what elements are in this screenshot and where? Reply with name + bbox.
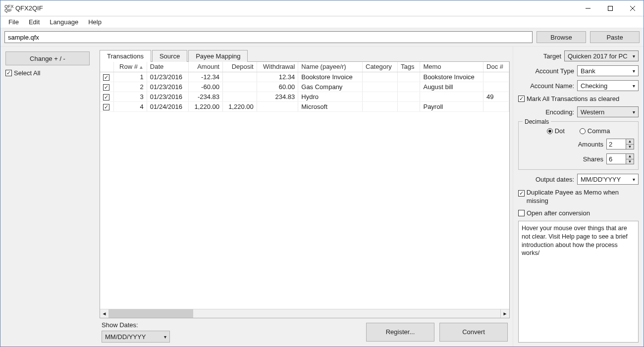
select-all-checkbox[interactable] <box>5 70 12 76</box>
open-after-checkbox[interactable] <box>518 210 525 216</box>
account-type-select[interactable]: Bank ▾ <box>577 65 639 76</box>
col-row[interactable]: Row #▲ <box>114 62 147 72</box>
row-checkbox[interactable] <box>103 84 109 91</box>
dup-payee-row[interactable]: Duplicate Payee as Memo when missing <box>518 189 639 205</box>
dup-payee-checkbox[interactable] <box>518 190 525 197</box>
tab-transactions[interactable]: Transactions <box>100 50 151 62</box>
spin-down-icon[interactable]: ▼ <box>626 145 634 149</box>
cell-doc <box>483 72 509 82</box>
cell-category <box>363 101 398 111</box>
app-window: QFXQIF QFX2QIF File Edit Language Help B… <box>0 0 644 347</box>
paste-button[interactable]: Paste <box>590 31 640 43</box>
decimal-dot-radio[interactable] <box>547 128 553 134</box>
date-format-select[interactable]: MM/DD/YYYY ▾ <box>102 331 170 343</box>
register-button[interactable]: Register... <box>366 323 434 342</box>
decimal-dot-label: Dot <box>555 127 565 135</box>
amounts-label: Amounts <box>523 141 603 148</box>
chevron-down-icon: ▾ <box>633 68 635 74</box>
scroll-left-icon[interactable]: ◄ <box>100 309 109 318</box>
col-tags[interactable]: Tags <box>398 62 420 72</box>
table-row[interactable]: 101/23/2016-12.3412.34Bookstore InvoiceB… <box>100 72 509 82</box>
browse-button[interactable]: Browse <box>537 31 586 43</box>
cell-tags <box>398 101 420 111</box>
tabs: Transactions Source Payee Mapping <box>100 49 510 61</box>
cell-date: 01/23/2016 <box>147 82 188 92</box>
cell-name: Hydro <box>298 92 363 101</box>
table-row[interactable]: 201/23/2016-60.0060.00Gas CompanyAugust … <box>100 82 509 92</box>
tab-body: Row #▲ Date Amount Deposit Withdrawal Na… <box>100 61 510 318</box>
col-checkbox[interactable] <box>100 62 114 72</box>
col-doc[interactable]: Doc # <box>483 62 509 72</box>
cell-deposit <box>222 72 257 82</box>
minimize-button[interactable] <box>577 0 599 16</box>
menu-file[interactable]: File <box>3 17 24 27</box>
decimal-comma-radio[interactable] <box>580 128 586 134</box>
chevron-down-icon: ▾ <box>633 109 635 115</box>
chevron-down-icon: ▾ <box>633 53 635 59</box>
menu-language[interactable]: Language <box>45 17 83 27</box>
menubar: File Edit Language Help <box>0 16 644 28</box>
window-title: QFX2QIF <box>15 4 577 12</box>
cell-memo: Bookstore Invoice <box>420 72 483 82</box>
spin-down-icon[interactable]: ▼ <box>626 159 634 164</box>
change-sign-button[interactable]: Change + / - <box>5 51 90 65</box>
tab-source[interactable]: Source <box>152 50 187 62</box>
table-row[interactable]: 401/24/20161,220.001,220.00MicrosoftPayr… <box>100 101 509 111</box>
col-deposit[interactable]: Deposit <box>222 62 257 72</box>
spin-up-icon[interactable]: ▲ <box>626 139 634 145</box>
col-amount[interactable]: Amount <box>189 62 223 72</box>
close-button[interactable] <box>621 0 644 16</box>
source-file-input[interactable] <box>4 31 533 43</box>
cell-date: 01/24/2016 <box>147 101 188 111</box>
scroll-right-icon[interactable]: ► <box>500 309 509 318</box>
target-select[interactable]: Quicken 2017 for PC ▾ <box>564 50 639 61</box>
cell-amount: -12.34 <box>189 72 223 82</box>
output-dates-select[interactable]: MM/DD'YYYY ▾ <box>577 174 639 185</box>
dup-payee-label: Duplicate Payee as Memo when missing <box>527 189 639 205</box>
bottom-row: Show Dates: MM/DD/YYYY ▾ Register... Con… <box>100 318 510 343</box>
row-checkbox[interactable] <box>103 74 109 81</box>
cell-tags <box>398 92 420 101</box>
cell-doc: 49 <box>483 92 509 101</box>
cell-withdrawal: 12.34 <box>257 72 298 82</box>
cell-category <box>363 82 398 92</box>
account-name-label: Account Name: <box>518 82 574 90</box>
cell-row: 4 <box>114 101 147 111</box>
account-name-select[interactable]: Checking ▾ <box>577 80 639 91</box>
col-date[interactable]: Date <box>147 62 188 72</box>
col-withdrawal[interactable]: Withdrawal <box>257 62 298 72</box>
maximize-button[interactable] <box>599 0 621 16</box>
tab-payee-mapping[interactable]: Payee Mapping <box>188 50 248 62</box>
col-category[interactable]: Category <box>363 62 398 72</box>
amounts-stepper[interactable]: 2 ▲▼ <box>606 139 634 149</box>
shares-stepper[interactable]: 6 ▲▼ <box>606 153 634 164</box>
date-format-value: MM/DD/YYYY <box>105 333 146 341</box>
select-all-label: Select All <box>14 69 40 77</box>
cell-withdrawal <box>257 101 298 111</box>
encoding-select[interactable]: Western ▾ <box>577 106 639 117</box>
shares-label: Shares <box>523 155 603 163</box>
cell-memo: August bill <box>420 82 483 92</box>
select-all-row[interactable]: Select All <box>5 69 95 77</box>
decimal-comma-row[interactable]: Comma <box>580 127 610 135</box>
horizontal-scrollbar[interactable]: ◄ ► <box>100 309 509 318</box>
menu-help[interactable]: Help <box>83 17 107 27</box>
menu-edit[interactable]: Edit <box>24 17 45 27</box>
mark-cleared-row[interactable]: Mark All Transactions as cleared <box>518 95 639 102</box>
output-dates-label: Output dates: <box>518 176 574 183</box>
table-row[interactable]: 301/23/2016-234.83234.83Hydro49 <box>100 92 509 101</box>
col-name[interactable]: Name (payee/r) <box>298 62 363 72</box>
decimal-dot-row[interactable]: Dot <box>547 127 565 135</box>
cell-category <box>363 92 398 101</box>
convert-button[interactable]: Convert <box>439 323 508 342</box>
mark-cleared-checkbox[interactable] <box>518 96 525 102</box>
spin-up-icon[interactable]: ▲ <box>626 154 634 159</box>
cell-row: 1 <box>114 72 147 82</box>
open-after-row[interactable]: Open after conversion <box>518 209 639 217</box>
scroll-thumb[interactable] <box>109 309 193 318</box>
sort-asc-icon: ▲ <box>139 64 144 70</box>
col-memo[interactable]: Memo <box>420 62 483 72</box>
window-controls <box>577 0 644 16</box>
row-checkbox[interactable] <box>103 94 109 100</box>
row-checkbox[interactable] <box>103 104 109 110</box>
